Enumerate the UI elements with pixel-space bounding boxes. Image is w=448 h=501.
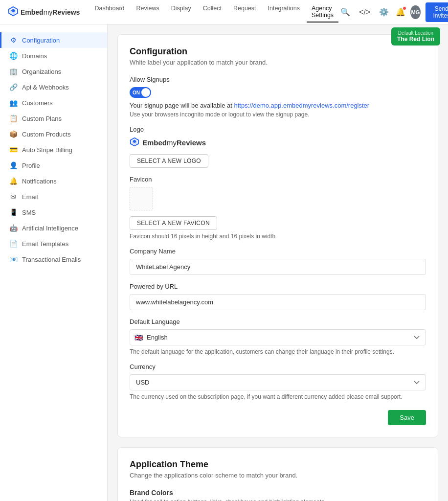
save-row: Save <box>130 410 426 425</box>
nav-dashboard[interactable]: Dashboard <box>90 2 129 23</box>
currency-label: Currency <box>130 363 426 370</box>
logo-icon <box>8 6 19 18</box>
toggle-on-label: ON <box>133 90 140 95</box>
nav-request[interactable]: Request <box>228 2 261 23</box>
sidebar-item-configuration[interactable]: ⚙ Configuration <box>0 32 107 48</box>
nav-collect[interactable]: Collect <box>198 2 226 23</box>
custom-plans-icon: 📋 <box>9 114 17 122</box>
stripe-billing-icon: 💳 <box>9 146 17 154</box>
save-button[interactable]: Save <box>388 410 426 425</box>
ai-icon: 🤖 <box>9 224 17 232</box>
sidebar-item-organizations[interactable]: 🏢 Organizations <box>0 64 107 79</box>
code-button[interactable]: </> <box>357 6 372 19</box>
main-content: Configuration White label your applicati… <box>108 24 448 501</box>
sidebar-item-notifications[interactable]: 🔔 Notifications <box>0 173 107 189</box>
language-select-wrapper: 🇬🇧 English <box>130 329 426 345</box>
signup-url-hint: Use your browsers incognito mode or logo… <box>130 111 426 118</box>
domains-icon: 🌐 <box>9 52 17 60</box>
sidebar-item-custom-plans[interactable]: 📋 Custom Plans <box>0 111 107 126</box>
default-language-label: Default Language <box>130 318 426 325</box>
organizations-icon: 🏢 <box>9 68 17 75</box>
select-favicon-button[interactable]: SELECT A NEW FAVICON <box>130 216 217 230</box>
nav-right-actions: 🔍 </> ⚙️ 🔔 MG Send Invites ⚡ <box>338 2 448 22</box>
application-theme-card: Application Theme Change the application… <box>117 447 438 501</box>
logo-preview: EmbedmyReviews <box>130 137 426 148</box>
customers-icon: 👥 <box>9 99 17 107</box>
main-layout: ⚙ Configuration 🌐 Domains 🏢 Organization… <box>0 24 448 501</box>
api-icon: 🔗 <box>9 83 17 91</box>
sidebar-item-api-webhooks[interactable]: 🔗 Api & Webhooks <box>0 79 107 95</box>
theme-title: Application Theme <box>130 459 426 470</box>
configuration-description: White label your application to match yo… <box>130 59 426 66</box>
nav-display[interactable]: Display <box>166 2 196 23</box>
email-icon: ✉ <box>9 193 17 201</box>
allow-signups-label: Allow Signups <box>130 76 426 83</box>
custom-products-icon: 📦 <box>9 130 17 138</box>
brand-colors-title: Brand Colors <box>130 489 426 497</box>
signup-url-link[interactable]: https://demo.app.embedmyreviews.com/regi… <box>234 102 369 109</box>
notifications-icon: 🔔 <box>9 177 17 185</box>
default-location-name: The Red Lion <box>397 36 434 43</box>
sidebar: ⚙ Configuration 🌐 Domains 🏢 Organization… <box>0 24 108 501</box>
notification-badge-dot <box>403 6 406 10</box>
select-logo-button[interactable]: SELECT A NEW LOGO <box>130 154 208 168</box>
logo-preview-icon <box>130 137 139 148</box>
allow-signups-toggle-row: ON <box>130 87 426 98</box>
sidebar-item-ai[interactable]: 🤖 Artificial Intelligence <box>0 220 107 236</box>
logo-reviews: Reviews <box>52 8 80 16</box>
configuration-icon: ⚙ <box>9 36 17 44</box>
logo-text: EmbedmyReviews <box>21 8 80 16</box>
sms-icon: 📱 <box>9 208 17 216</box>
avatar[interactable]: MG <box>410 5 420 19</box>
configuration-title: Configuration <box>130 46 426 57</box>
favicon-preview <box>130 187 153 210</box>
top-navigation: EmbedmyReviews Dashboard Reviews Display… <box>0 0 448 24</box>
nav-integrations[interactable]: Integrations <box>263 2 305 23</box>
nav-links: Dashboard Reviews Display Collect Reques… <box>90 2 338 23</box>
default-location-button[interactable]: Default Location The Red Lion <box>391 27 440 46</box>
sidebar-item-customers[interactable]: 👥 Customers <box>0 95 107 111</box>
favicon-label: Favicon <box>130 176 426 183</box>
send-invites-button[interactable]: Send Invites ⚡ <box>426 2 448 22</box>
search-button[interactable]: 🔍 <box>338 5 352 19</box>
powered-by-url-input[interactable] <box>130 294 426 310</box>
logo: EmbedmyReviews <box>8 6 80 18</box>
brand-colors-desc: Used for call to action buttons, links, … <box>130 499 426 501</box>
notification-bell[interactable]: 🔔 <box>396 7 405 17</box>
sidebar-item-email-templates[interactable]: 📄 Email Templates <box>0 236 107 251</box>
currency-hint: The currency used on the subscription pa… <box>130 393 426 400</box>
sidebar-item-email[interactable]: ✉ Email <box>0 189 107 205</box>
logo-embed: Embed <box>21 8 44 16</box>
profile-icon: 👤 <box>9 161 17 169</box>
logo-label: Logo <box>130 126 426 133</box>
transactional-emails-icon: 📧 <box>9 255 17 263</box>
nav-reviews[interactable]: Reviews <box>132 2 164 23</box>
company-name-label: Company Name <box>130 248 426 255</box>
default-location-label: Default Location <box>397 30 434 36</box>
currency-select[interactable]: USD <box>130 374 426 390</box>
sidebar-item-custom-products[interactable]: 📦 Custom Products <box>0 126 107 142</box>
language-select[interactable]: English <box>130 329 426 345</box>
sidebar-item-profile[interactable]: 👤 Profile <box>0 158 107 173</box>
theme-description: Change the applications color scheme to … <box>130 472 426 479</box>
sidebar-item-transactional-emails[interactable]: 📧 Transactional Emails <box>0 251 107 267</box>
allow-signups-toggle[interactable]: ON <box>130 87 151 98</box>
sidebar-item-auto-stripe-billing[interactable]: 💳 Auto Stripe Billing <box>0 142 107 158</box>
settings-button[interactable]: ⚙️ <box>377 5 391 19</box>
toggle-knob <box>141 88 150 97</box>
logo-my: my <box>44 8 53 16</box>
email-templates-icon: 📄 <box>9 240 17 248</box>
configuration-card: Configuration White label your applicati… <box>117 34 438 437</box>
language-hint: The default language for the application… <box>130 348 426 355</box>
signup-url-text: Your signup page will be available at ht… <box>130 102 426 109</box>
powered-by-url-label: Powered by URL <box>130 283 426 290</box>
nav-agency-settings[interactable]: Agency Settings <box>307 2 338 23</box>
sidebar-item-domains[interactable]: 🌐 Domains <box>0 48 107 64</box>
logo-brand-text: EmbedmyReviews <box>142 138 206 147</box>
favicon-hint: Favicon should 16 pixels in height and 1… <box>130 233 426 240</box>
sidebar-item-sms[interactable]: 📱 SMS <box>0 205 107 220</box>
company-name-input[interactable] <box>130 259 426 275</box>
